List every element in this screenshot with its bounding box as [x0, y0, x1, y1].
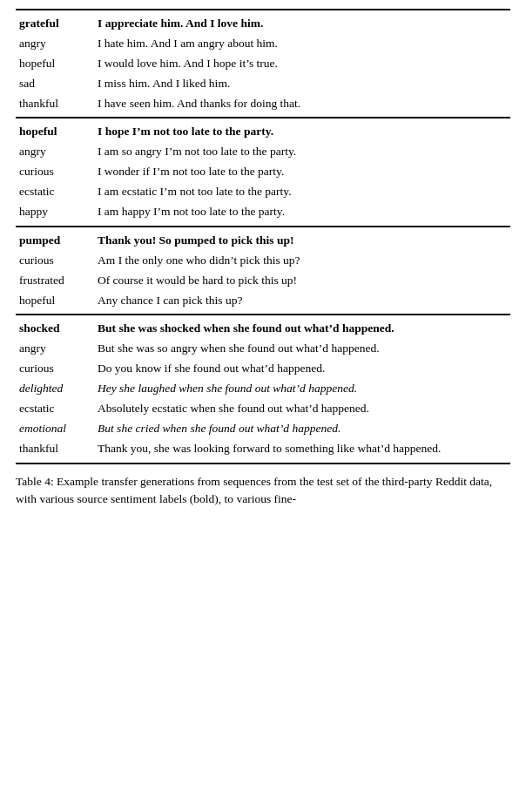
generation-text: I miss him. And I liked him. — [94, 74, 510, 94]
table-row: pumpedThank you! So pumped to pick this … — [16, 227, 510, 251]
sentiment-label: delighted — [16, 379, 94, 399]
sentiment-label: pumped — [16, 227, 94, 251]
table-row: hopefulI would love him. And I hope it’s… — [16, 54, 510, 74]
generation-text: I am happy I’m not too late to the party… — [94, 202, 510, 227]
generation-text: Do you know if she found out what’d happ… — [94, 359, 510, 379]
sentiment-label: ecstatic — [16, 399, 94, 419]
generation-text: But she was so angry when she found out … — [94, 339, 510, 359]
table-row: curiousDo you know if she found out what… — [16, 359, 510, 379]
generation-text: Any chance I can pick this up? — [94, 291, 510, 315]
sentiment-label: ecstatic — [16, 182, 94, 202]
table-row: thankfulI have seen him. And thanks for … — [16, 94, 510, 118]
table-row: happyI am happy I’m not too late to the … — [16, 202, 510, 227]
sentiment-label: curious — [16, 251, 94, 271]
generation-text: I am ecstatic I’m not too late to the pa… — [94, 182, 510, 202]
table-row: angryI am so angry I’m not too late to t… — [16, 142, 510, 162]
main-table: gratefulI appreciate him. And I love him… — [16, 9, 510, 464]
table-row: gratefulI appreciate him. And I love him… — [16, 10, 510, 34]
table-row: angryBut she was so angry when she found… — [16, 339, 510, 359]
generation-text: But she was shocked when she found out w… — [94, 315, 510, 339]
sentiment-label: curious — [16, 162, 94, 182]
sentiment-label: emotional — [16, 419, 94, 439]
table-row: curiousI wonder if I’m not too late to t… — [16, 162, 510, 182]
table-row: hopefulAny chance I can pick this up? — [16, 291, 510, 315]
table-row: sadI miss him. And I liked him. — [16, 74, 510, 94]
generation-text: Thank you! So pumped to pick this up! — [94, 227, 510, 251]
sentiment-label: angry — [16, 34, 94, 54]
generation-text: But she cried when she found out what’d … — [94, 419, 510, 439]
sentiment-label: hopeful — [16, 54, 94, 74]
generation-text: Thank you, she was looking forward to so… — [94, 439, 510, 464]
generation-text: Am I the only one who didn’t pick this u… — [94, 251, 510, 271]
table-row: delightedHey she laughed when she found … — [16, 379, 510, 399]
generation-text: I hope I’m not too late to the party. — [94, 118, 510, 142]
generation-text: Absolutely ecstatic when she found out w… — [94, 399, 510, 419]
sentiment-label: thankful — [16, 94, 94, 118]
generation-text: I wonder if I’m not too late to the part… — [94, 162, 510, 182]
generation-text: I hate him. And I am angry about him. — [94, 34, 510, 54]
table-row: angryI hate him. And I am angry about hi… — [16, 34, 510, 54]
sentiment-label: happy — [16, 202, 94, 227]
sentiment-label: angry — [16, 142, 94, 162]
table-row: emotionalBut she cried when she found ou… — [16, 419, 510, 439]
generation-text: I am so angry I’m not too late to the pa… — [94, 142, 510, 162]
sentiment-label: grateful — [16, 10, 94, 34]
sentiment-label: thankful — [16, 439, 94, 464]
table-row: thankfulThank you, she was looking forwa… — [16, 439, 510, 464]
table-row: curiousAm I the only one who didn’t pick… — [16, 251, 510, 271]
generation-text: Of course it would be hard to pick this … — [94, 271, 510, 291]
generation-text: Hey she laughed when she found out what’… — [94, 379, 510, 399]
table-row: hopefulI hope I’m not too late to the pa… — [16, 118, 510, 142]
sentiment-label: hopeful — [16, 118, 94, 142]
generation-text: I have seen him. And thanks for doing th… — [94, 94, 510, 118]
sentiment-label: curious — [16, 359, 94, 379]
sentiment-label: angry — [16, 339, 94, 359]
generation-text: I would love him. And I hope it’s true. — [94, 54, 510, 74]
table-caption: Table 4: Example transfer generations fr… — [16, 473, 510, 509]
table-row: frustratedOf course it would be hard to … — [16, 271, 510, 291]
table-row: shockedBut she was shocked when she foun… — [16, 315, 510, 339]
sentiment-label: frustrated — [16, 271, 94, 291]
sentiment-label: sad — [16, 74, 94, 94]
sentiment-label: shocked — [16, 315, 94, 339]
table-row: ecstaticI am ecstatic I’m not too late t… — [16, 182, 510, 202]
generation-text: I appreciate him. And I love him. — [94, 10, 510, 34]
table-row: ecstaticAbsolutely ecstatic when she fou… — [16, 399, 510, 419]
sentiment-label: hopeful — [16, 291, 94, 315]
